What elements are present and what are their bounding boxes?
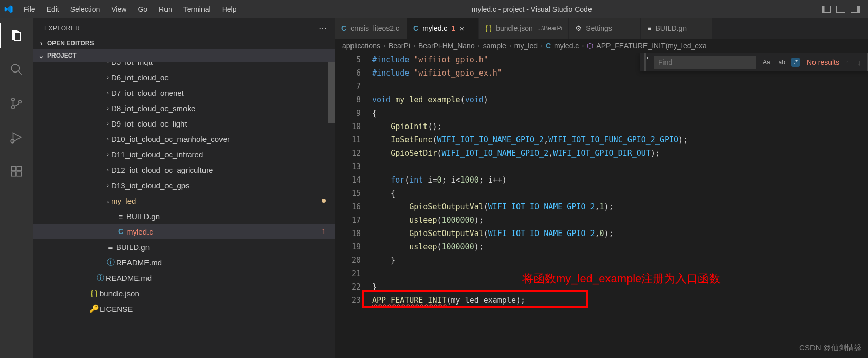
code-content[interactable]: #include "wifiiot_gpio.h"#include "wifii… bbox=[372, 53, 868, 358]
tree-item-label: LICENSE bbox=[100, 305, 335, 313]
tree-item[interactable]: ›D5_iot_mqtt bbox=[33, 62, 335, 69]
menu-help[interactable]: Help bbox=[217, 3, 242, 15]
breadcrumbs[interactable]: applications›BearPi›BearPi-HM_Nano›sampl… bbox=[335, 39, 868, 53]
tree-item[interactable]: ›D11_iot_cloud_oc_infrared bbox=[33, 147, 335, 162]
line-gutter: 567891011121314151617181920212223 bbox=[335, 53, 372, 358]
scrollbar[interactable] bbox=[328, 62, 335, 123]
close-icon[interactable]: × bbox=[459, 24, 464, 33]
editor-area: Ccmsis_liteos2.cCmyled.c1×{ }bundle.json… bbox=[335, 18, 868, 358]
breadcrumb-item[interactable]: my_led bbox=[514, 42, 538, 50]
menu-terminal[interactable]: Terminal bbox=[178, 3, 216, 15]
gn-file-icon: ≡ bbox=[647, 24, 651, 32]
gn-file-icon: ≡ bbox=[115, 212, 126, 221]
c-file-icon: C bbox=[413, 24, 418, 32]
editor-tab[interactable]: ≡BUILD.gn bbox=[641, 18, 713, 39]
chevron-icon: › bbox=[105, 167, 111, 173]
tree-item-label: bundle.json bbox=[100, 289, 335, 298]
file-tree: ›D5_iot_mqtt›D6_iot_cloud_oc›D7_iot_clou… bbox=[33, 62, 335, 358]
run-debug-activity-icon[interactable] bbox=[0, 125, 33, 150]
source-control-activity-icon[interactable] bbox=[0, 91, 33, 116]
tree-item-label: BUILD.gn bbox=[116, 243, 335, 252]
tree-item-label: D13_iot_cloud_oc_gps bbox=[111, 181, 335, 190]
menu-edit[interactable]: Edit bbox=[42, 3, 64, 15]
explorer-activity-icon[interactable] bbox=[0, 23, 33, 48]
chevron-right-icon: › bbox=[38, 39, 44, 47]
tab-sublabel: ...\BearPi bbox=[537, 25, 562, 32]
menu-go[interactable]: Go bbox=[133, 3, 153, 15]
breadcrumb-symbol[interactable]: ⬡ APP_FEATURE_INIT(my_led_exa bbox=[587, 42, 706, 50]
sidebar-more-icon[interactable]: ⋯ bbox=[319, 23, 327, 33]
find-word-icon[interactable]: ab bbox=[777, 58, 787, 67]
breadcrumb-item[interactable]: BearPi-HM_Nano bbox=[418, 42, 475, 50]
tree-item-label: README.md bbox=[116, 258, 335, 267]
watermark: CSDN @仙剑情缘 bbox=[799, 343, 862, 353]
tree-item[interactable]: Cmyled.c1 bbox=[33, 224, 335, 239]
chevron-icon: › bbox=[105, 182, 111, 188]
sidebar: EXPLORER ⋯ › OPEN EDITORS ⌄ PROJECT ›D5_… bbox=[33, 18, 335, 358]
tree-item-label: BUILD.gn bbox=[126, 212, 335, 221]
chevron-down-icon: ⌄ bbox=[38, 51, 44, 60]
tree-item[interactable]: ›D7_iot_cloud_onenet bbox=[33, 85, 335, 100]
menu-run[interactable]: Run bbox=[154, 3, 177, 15]
panel-right-icon[interactable] bbox=[851, 6, 860, 13]
menu-selection[interactable]: Selection bbox=[65, 3, 105, 15]
tree-item[interactable]: ›D10_iot_cloud_oc_manhole_cover bbox=[33, 131, 335, 147]
error-badge: 1 bbox=[322, 227, 326, 236]
c-file-icon: C bbox=[546, 42, 551, 50]
code-editor[interactable]: 567891011121314151617181920212223 #inclu… bbox=[335, 53, 868, 358]
tree-item-label: D7_iot_cloud_onenet bbox=[111, 88, 335, 97]
chevron-icon: ⌄ bbox=[105, 198, 111, 204]
editor-tab[interactable]: { }bundle.json...\BearPi bbox=[479, 18, 569, 39]
menu-view[interactable]: View bbox=[106, 3, 132, 15]
find-widget: › Aa ab .* No results ↑ ↓ bbox=[640, 53, 868, 71]
window-title: myled.c - project - Visual Studio Code bbox=[242, 5, 822, 13]
breadcrumb-file[interactable]: C myled.c bbox=[546, 42, 579, 50]
tree-item[interactable]: ≡BUILD.gn bbox=[33, 208, 335, 224]
menu-file[interactable]: File bbox=[19, 3, 41, 15]
tree-item[interactable]: ⓘREADME.md bbox=[33, 255, 335, 270]
layout-controls bbox=[822, 6, 864, 13]
panel-left-icon[interactable] bbox=[822, 6, 831, 13]
json-file-icon: { } bbox=[88, 289, 100, 297]
tree-item[interactable]: ›D6_iot_cloud_oc bbox=[33, 69, 335, 85]
find-regex-icon[interactable]: .* bbox=[791, 58, 800, 67]
find-next-icon[interactable]: ↓ bbox=[856, 58, 864, 67]
extensions-activity-icon[interactable] bbox=[0, 159, 33, 184]
tab-label: myled.c bbox=[422, 24, 447, 32]
find-prev-icon[interactable]: ↑ bbox=[843, 58, 852, 67]
chevron-icon: › bbox=[105, 74, 111, 80]
tab-label: bundle.json bbox=[496, 24, 533, 32]
tree-item[interactable]: ›D12_iot_cloud_oc_agriculture bbox=[33, 162, 335, 177]
tree-item[interactable]: ⓘREADME.md bbox=[33, 270, 335, 285]
find-case-icon[interactable]: Aa bbox=[761, 58, 772, 67]
tree-item[interactable]: ›D13_iot_cloud_oc_gps bbox=[33, 177, 335, 193]
tree-item[interactable]: ›D8_iot_cloud_oc_smoke bbox=[33, 100, 335, 116]
find-toggle-replace[interactable]: › bbox=[644, 53, 648, 71]
tree-item-label: D10_iot_cloud_oc_manhole_cover bbox=[111, 135, 335, 144]
search-activity-icon[interactable] bbox=[0, 57, 33, 82]
svg-point-8 bbox=[12, 106, 14, 109]
svg-rect-14 bbox=[17, 166, 22, 171]
project-section[interactable]: ⌄ PROJECT bbox=[33, 49, 335, 62]
tree-item[interactable]: 🔑LICENSE bbox=[33, 301, 335, 316]
c-file-icon: C bbox=[115, 227, 126, 236]
breadcrumb-item[interactable]: BearPi bbox=[389, 42, 410, 50]
breadcrumb-item[interactable]: applications bbox=[342, 42, 380, 50]
tree-item-label: D12_iot_cloud_oc_agriculture bbox=[111, 166, 335, 174]
tree-item[interactable]: ›D9_iot_cloud_oc_light bbox=[33, 116, 335, 131]
panel-bottom-icon[interactable] bbox=[836, 6, 845, 13]
tree-item-label: D8_iot_cloud_oc_smoke bbox=[111, 104, 335, 113]
svg-line-6 bbox=[18, 71, 22, 75]
find-input[interactable] bbox=[654, 56, 756, 69]
editor-tab[interactable]: ⚙Settings bbox=[569, 18, 641, 39]
chevron-right-icon: › bbox=[582, 42, 584, 49]
breadcrumb-item[interactable]: sample bbox=[483, 42, 506, 50]
tree-item[interactable]: ⌄my_led bbox=[33, 193, 335, 208]
md-file-icon: ⓘ bbox=[95, 273, 106, 283]
editor-tab[interactable]: Ccmsis_liteos2.c bbox=[335, 18, 407, 39]
tree-item-label: README.md bbox=[106, 274, 335, 282]
editor-tab[interactable]: Cmyled.c1× bbox=[407, 18, 479, 39]
open-editors-section[interactable]: › OPEN EDITORS bbox=[33, 37, 335, 49]
tree-item[interactable]: { }bundle.json bbox=[33, 285, 335, 301]
tree-item[interactable]: ≡BUILD.gn bbox=[33, 239, 335, 255]
